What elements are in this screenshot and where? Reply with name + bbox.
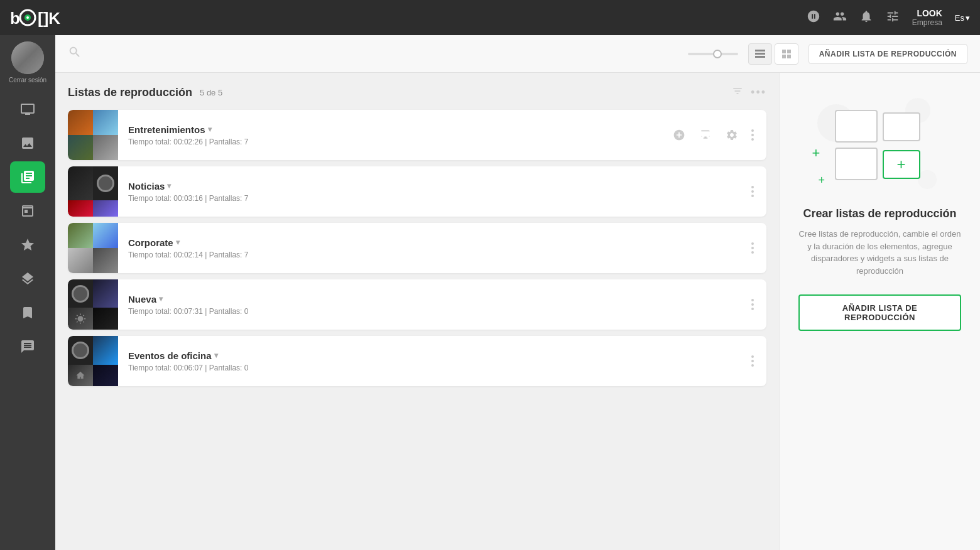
sidebar-item-schedule[interactable] bbox=[10, 195, 45, 227]
sidebar-item-screens[interactable] bbox=[10, 94, 45, 125]
svg-rect-5 bbox=[755, 50, 765, 51]
user-info: LOOK Empresa bbox=[912, 8, 942, 27]
avatar bbox=[11, 41, 44, 74]
playlist-info: Entretenimientos ▾ Tiempo total: 00:02:2… bbox=[118, 116, 670, 155]
playlist-actions bbox=[749, 350, 756, 372]
more-menu-button[interactable] bbox=[749, 124, 756, 146]
chevron-icon: ▾ bbox=[208, 125, 212, 134]
playlist-item: Entretenimientos ▾ Tiempo total: 00:02:2… bbox=[68, 110, 766, 160]
section-header: Listas de reproducción 5 de 5 ••• bbox=[68, 85, 766, 100]
logout-label[interactable]: Cerrar sesión bbox=[9, 77, 46, 84]
playlist-meta: Tiempo total: 00:03:16 | Pantallas: 7 bbox=[128, 194, 739, 203]
playlist-info: Corporate ▾ Tiempo total: 00:02:14 | Pan… bbox=[118, 229, 749, 268]
playlist-meta: Tiempo total: 00:06:07 | Pantallas: 0 bbox=[128, 364, 739, 372]
svg-rect-8 bbox=[782, 50, 786, 53]
user-name: LOOK bbox=[917, 8, 942, 18]
playlist-actions bbox=[749, 294, 756, 315]
add-content-icon[interactable] bbox=[670, 126, 689, 144]
sidebar-item-media[interactable] bbox=[10, 127, 45, 159]
settings-icon[interactable] bbox=[886, 9, 900, 26]
chevron-icon: ▾ bbox=[167, 181, 171, 190]
language-selector[interactable]: Es ▾ bbox=[955, 13, 970, 23]
playlist-actions bbox=[749, 181, 756, 202]
more-menu-button[interactable] bbox=[749, 237, 756, 259]
svg-text:b: b bbox=[10, 9, 20, 28]
playlist-name: Entretenimientos ▾ bbox=[128, 124, 660, 135]
playlist-thumbnails bbox=[68, 279, 118, 330]
playlist-thumbnails bbox=[68, 166, 118, 217]
sidebar-item-bookmarks[interactable] bbox=[10, 297, 45, 328]
section-count: 5 de 5 bbox=[200, 88, 222, 97]
nav-items bbox=[0, 94, 55, 362]
playlist-section: Listas de reproducción 5 de 5 ••• bbox=[55, 73, 779, 550]
notifications-icon[interactable] bbox=[859, 9, 873, 26]
playlist-actions bbox=[749, 237, 756, 259]
view-toggle bbox=[748, 43, 798, 65]
right-panel: + + + Crear listas de reproducción Cree … bbox=[779, 73, 980, 550]
left-sidebar: Cerrar sesión bbox=[0, 35, 55, 550]
header-actions: ••• bbox=[732, 85, 766, 100]
playlist-thumbnails bbox=[68, 223, 118, 273]
right-add-playlist-button[interactable]: AÑADIR LISTA DE REPRODUCCIÓN bbox=[798, 294, 961, 331]
svg-rect-7 bbox=[755, 56, 765, 58]
main-layout: Cerrar sesión bbox=[0, 35, 980, 550]
svg-text:[]K: []K bbox=[38, 9, 60, 28]
playlist-item: Nueva ▾ Tiempo total: 00:07:31 | Pantall… bbox=[68, 279, 766, 330]
playlist-info: Noticias ▾ Tiempo total: 00:03:16 | Pant… bbox=[118, 172, 749, 212]
more-menu-button[interactable] bbox=[749, 181, 756, 202]
playlist-meta: Tiempo total: 00:07:31 | Pantallas: 0 bbox=[128, 307, 739, 316]
svg-rect-6 bbox=[755, 53, 765, 55]
topbar-right: LOOK Empresa Es ▾ bbox=[807, 8, 970, 27]
chevron-icon: ▾ bbox=[214, 351, 218, 360]
right-panel-title: Crear listas de reproducción bbox=[803, 207, 956, 220]
user-company: Empresa bbox=[912, 18, 942, 27]
sidebar-item-favorites[interactable] bbox=[10, 229, 45, 261]
more-options-icon[interactable]: ••• bbox=[751, 86, 766, 99]
illustration: + + + bbox=[824, 98, 937, 192]
svg-rect-11 bbox=[787, 55, 791, 58]
assign-screens-icon[interactable] bbox=[696, 126, 715, 144]
playlist-actions bbox=[670, 124, 756, 146]
svg-rect-10 bbox=[782, 55, 786, 58]
more-menu-button[interactable] bbox=[749, 294, 756, 315]
toolbar: AÑADIR LISTA DE REPRODUCCIÓN bbox=[55, 35, 980, 73]
playlist-info: Nueva ▾ Tiempo total: 00:07:31 | Pantall… bbox=[118, 285, 749, 325]
playlist-name: Corporate ▾ bbox=[128, 237, 739, 248]
settings-playlist-icon[interactable] bbox=[722, 126, 741, 144]
playlist-meta: Tiempo total: 00:02:14 | Pantallas: 7 bbox=[128, 251, 739, 259]
grid-view-button[interactable] bbox=[775, 43, 798, 65]
chevron-icon: ▾ bbox=[176, 238, 180, 247]
logo: b []K bbox=[10, 6, 67, 29]
chevron-icon: ▾ bbox=[159, 294, 163, 303]
sidebar-item-messages[interactable] bbox=[10, 331, 45, 362]
playlist-info: Eventos de oficina ▾ Tiempo total: 00:06… bbox=[118, 342, 749, 381]
content-split: Listas de reproducción 5 de 5 ••• bbox=[55, 73, 980, 550]
users-icon[interactable] bbox=[833, 9, 847, 26]
playlist-meta: Tiempo total: 00:02:26 | Pantallas: 7 bbox=[128, 138, 660, 146]
svg-point-3 bbox=[26, 16, 29, 19]
playlist-item: Corporate ▾ Tiempo total: 00:02:14 | Pan… bbox=[68, 223, 766, 273]
playlist-name: Noticias ▾ bbox=[128, 181, 739, 191]
section-title: Listas de reproducción bbox=[68, 86, 192, 99]
playlist-item: Eventos de oficina ▾ Tiempo total: 00:06… bbox=[68, 336, 766, 386]
playlist-name: Nueva ▾ bbox=[128, 294, 739, 305]
svg-rect-9 bbox=[787, 50, 791, 53]
zoom-slider[interactable] bbox=[688, 53, 738, 55]
playlist-thumbnails bbox=[68, 110, 118, 160]
search-icon[interactable] bbox=[68, 45, 82, 62]
sidebar-item-playlists[interactable] bbox=[10, 161, 45, 193]
topbar: b []K LOOK Empresa Es ▾ bbox=[0, 0, 980, 35]
playlist-thumbnails bbox=[68, 336, 118, 386]
content-area: AÑADIR LISTA DE REPRODUCCIÓN Listas de r… bbox=[55, 35, 980, 550]
reports-icon[interactable] bbox=[807, 9, 820, 26]
playlist-item: Noticias ▾ Tiempo total: 00:03:16 | Pant… bbox=[68, 166, 766, 217]
right-panel-description: Cree listas de reproducción, cambie el o… bbox=[798, 228, 961, 277]
sidebar-item-layers[interactable] bbox=[10, 263, 45, 294]
filter-icon[interactable] bbox=[732, 85, 743, 100]
more-menu-button[interactable] bbox=[749, 350, 756, 372]
add-playlist-button[interactable]: AÑADIR LISTA DE REPRODUCCIÓN bbox=[808, 44, 967, 64]
list-view-button[interactable] bbox=[748, 43, 772, 65]
playlist-name: Eventos de oficina ▾ bbox=[128, 350, 739, 361]
